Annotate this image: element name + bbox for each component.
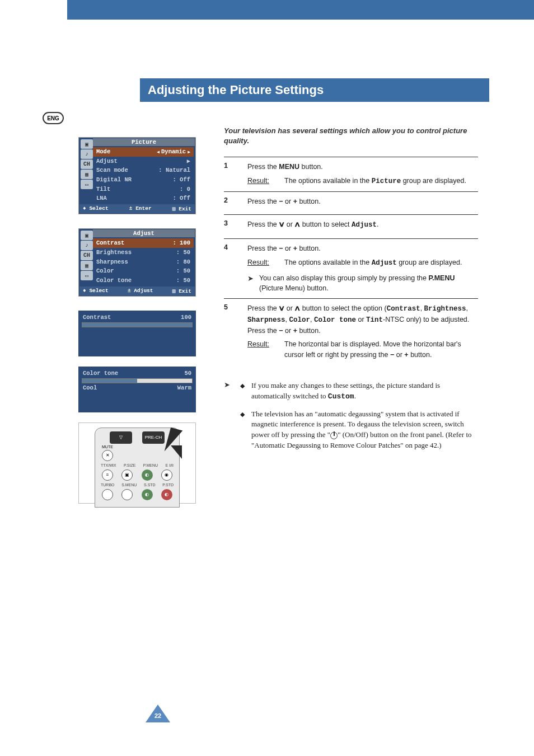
result-label: Result: (247, 176, 275, 187)
t: − (279, 245, 283, 252)
t: − (279, 327, 283, 335)
footer-enter: ± Enter (129, 205, 152, 212)
remote-label: TTX/MIX (101, 463, 116, 467)
notes-block: If you make any changes to these setting… (224, 381, 478, 458)
step-number: 5 (224, 303, 235, 360)
t: Press the (247, 304, 279, 312)
remote-prech-button: PRE-CH (142, 431, 165, 444)
bar-value: 100 (181, 314, 191, 321)
osd-value-arrow: ▶ (187, 157, 190, 166)
osd-row-nr: Digital NR : Off (96, 175, 190, 185)
down-icon (279, 220, 284, 228)
remote-label: TURBO (101, 483, 115, 487)
osd-row-lna: LNA : Off (96, 194, 190, 203)
bar-label: Color tone (83, 370, 118, 377)
osd-label: Sharpness (96, 258, 128, 266)
remote-label: P.SIZE (124, 463, 135, 467)
footer-select: ♦ Select (83, 288, 109, 294)
footer-exit: ▥ Exit (172, 205, 191, 212)
t: Press the (247, 220, 279, 228)
osd-label: Mode (96, 148, 110, 156)
t: MENU (279, 163, 299, 171)
intro-text: Your television has several settings whi… (224, 126, 478, 145)
power-icon (330, 432, 338, 439)
osd-category-icons: ▣ ♪ CH ▦ ▭ (80, 230, 93, 281)
osd-value: : 50 (176, 276, 190, 285)
t: or (283, 245, 293, 252)
result-label: Result: (247, 339, 275, 360)
t: button to select the option ( (300, 304, 386, 312)
step-number: 1 (224, 162, 235, 187)
step-5: 5 Press the or button to select the opti… (224, 298, 478, 365)
t: or (283, 327, 293, 335)
remote-sstd-button: ◐ (142, 489, 153, 500)
sound-icon: ♪ (81, 149, 93, 159)
osd-row-tilt: Tilt : 0 (96, 185, 190, 194)
osd-label: Digital NR (96, 176, 132, 184)
footer-adjust: ± Adjust (128, 288, 153, 294)
contrast-bar-box: Contrast 100 (78, 311, 196, 356)
step-2: 2 Press the − or + button. (224, 191, 478, 215)
osd-label: Color (96, 267, 114, 275)
note-icon (224, 381, 230, 458)
t: button. (297, 327, 321, 335)
osd-row-contrast: Contrast : 100 (93, 238, 194, 248)
setup-icon: ▭ (81, 271, 93, 280)
bar-right-label: Warm (177, 384, 191, 391)
osd-value: : Natural (158, 166, 190, 175)
t: Press the (247, 163, 279, 171)
t: Sharpness (247, 316, 285, 324)
setup-icon: ▭ (81, 180, 93, 189)
osd-label: Contrast (96, 239, 124, 247)
remote-eii-button: ◉ (161, 469, 172, 481)
result-label: Result: (247, 257, 275, 269)
t: button to select (300, 220, 352, 228)
lang-badge: ENG (43, 112, 64, 124)
remote-illustration: ▽ PRE-CH MUTE ✕ TTX/MIX P.SIZE P.MENU E … (78, 422, 196, 504)
function-icon: ▦ (81, 170, 93, 179)
osd-row-brightness: Brightness : 50 (96, 248, 190, 257)
up-icon (294, 304, 300, 312)
left-column: ▣ ♪ CH ▦ ▭ Picture Mode Dynamic Adjust ▶… (78, 137, 196, 504)
osd-row-mode: Mode Dynamic (93, 147, 194, 157)
footer-select: ♦ Select (83, 205, 109, 212)
step-4: 4 Press the − or + button. Result: The o… (224, 238, 478, 298)
page-number: 22 (146, 712, 170, 719)
osd-label: Tilt (96, 185, 110, 194)
remote-down-button: ▽ (110, 431, 132, 444)
t: + (293, 198, 297, 205)
bullet-icon (240, 409, 245, 451)
t: button. (299, 163, 323, 171)
osd-value: : Off (172, 194, 190, 203)
t: button. (297, 198, 321, 205)
osd-value: : 50 (176, 248, 190, 257)
colortone-bar-box: Color tone 50 Cool Warm (78, 367, 196, 412)
t: , (466, 304, 468, 312)
t: − (279, 198, 283, 205)
osd-footer: ♦ Select ± Enter ▥ Exit (79, 204, 195, 213)
channel-icon: CH (81, 159, 93, 169)
t: Brightness (424, 305, 466, 313)
osd-label: Brightness (96, 248, 132, 257)
colortone-progress (82, 378, 193, 383)
remote-mute-label: MUTE (102, 445, 113, 449)
t: Color (289, 316, 310, 324)
osd-label: Scan mode (96, 166, 128, 175)
result-text: The horizontal bar is displayed. Move th… (284, 339, 478, 360)
t: . (377, 220, 378, 228)
osd-picture-menu: ▣ ♪ CH ▦ ▭ Picture Mode Dynamic Adjust ▶… (78, 137, 196, 214)
osd-title: Adjust (93, 229, 195, 237)
remote-label: P.STD (162, 483, 174, 487)
bar-left-label: Cool (83, 384, 97, 391)
osd-value: : 0 (180, 185, 190, 194)
remote-label: P.MENU (143, 463, 158, 467)
osd-value: : 100 (172, 239, 190, 247)
osd-row-color: Color : 50 (96, 266, 190, 276)
bar-value: 50 (184, 370, 191, 377)
remote-pstd-button: ◐ (161, 489, 172, 500)
step-1: 1 Press the MENU button. Result: The opt… (224, 157, 478, 191)
note-text: You can also display this group simply b… (259, 273, 478, 294)
t: , (420, 304, 424, 312)
t: button. (297, 245, 321, 252)
osd-category-icons: ▣ ♪ CH ▦ ▭ (80, 139, 93, 190)
